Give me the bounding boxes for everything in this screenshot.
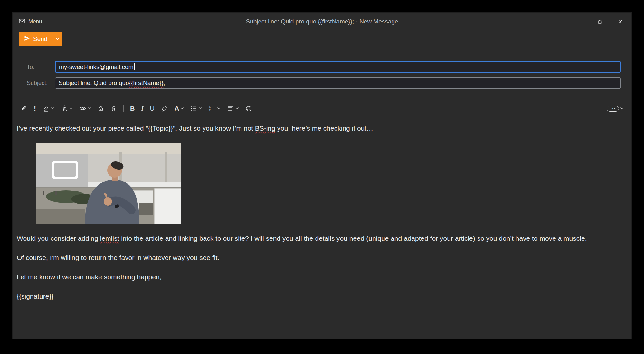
align-icon — [227, 105, 234, 112]
align-button[interactable] — [224, 103, 242, 114]
chevron-down-icon — [51, 107, 54, 110]
to-value: my-sweet-links@gmail.com — [59, 63, 134, 70]
minimize-button[interactable] — [577, 18, 584, 25]
body-paragraph-2: Would you consider adding lemlist into t… — [17, 233, 622, 244]
subject-input[interactable]: Subject line: Quid pro quo {{firstName}}… — [55, 77, 621, 89]
send-button-main[interactable]: Send — [19, 32, 52, 46]
digital-sign-button[interactable] — [107, 103, 120, 114]
titlebar: Menu Subject line: Quid pro quo {{firstN… — [13, 13, 631, 31]
svg-text:2: 2 — [209, 109, 211, 112]
window-controls — [577, 13, 624, 31]
bold-icon: B — [130, 105, 135, 112]
paperclip-icon — [20, 105, 27, 112]
clear-formatting-button[interactable] — [158, 103, 171, 114]
close-button[interactable] — [617, 18, 624, 25]
chevron-down-icon — [69, 107, 73, 110]
minimize-icon — [578, 19, 583, 24]
menu-button[interactable]: Menu — [19, 18, 42, 25]
certificate-ribbon-icon — [110, 105, 117, 112]
visibility-button[interactable] — [76, 103, 94, 114]
to-row: To: my-sweet-links@gmail.com — [13, 61, 631, 73]
priority-button[interactable]: ! — [31, 103, 39, 114]
send-label: Send — [33, 35, 47, 42]
body-paragraph-4: Let me know if we can make something hap… — [17, 272, 622, 282]
highlighter-icon — [43, 105, 50, 112]
message-body-editor[interactable]: I’ve recently checked out your piece cal… — [13, 116, 631, 302]
restore-icon — [598, 19, 603, 24]
bullet-list-icon — [190, 105, 197, 112]
attach-button[interactable] — [17, 103, 31, 114]
lock-icon — [98, 105, 104, 112]
to-label: To: — [27, 64, 55, 70]
underline-button[interactable]: U — [147, 103, 157, 114]
chevron-down-icon — [56, 38, 59, 40]
address-fields: To: my-sweet-links@gmail.com Subject: Su… — [13, 61, 631, 89]
body-text: you, here’s me checking it out… — [275, 125, 373, 132]
bullet-list-button[interactable] — [187, 103, 205, 114]
font-color-icon: A — [175, 105, 179, 112]
menu-label: Menu — [28, 18, 42, 25]
chevron-down-icon — [217, 107, 221, 110]
toolbar-separator — [123, 105, 124, 112]
subject-text-end: ; — [163, 79, 165, 87]
subject-text: Subject line: Quid pro quo — [59, 79, 129, 87]
subject-variable-token: {{firstName}} — [129, 79, 164, 87]
window-title: Subject line: Quid pro quo {{firstName}}… — [13, 18, 631, 25]
compose-window: Menu Subject line: Quid pro quo {{firstN… — [12, 12, 632, 339]
chevron-down-icon — [180, 107, 184, 110]
brush-icon — [161, 105, 168, 112]
emoji-button[interactable] — [242, 103, 255, 114]
encrypt-button[interactable] — [94, 103, 107, 114]
body-paragraph-3: Of course, I’m willing to return the fav… — [17, 253, 622, 263]
to-input[interactable]: my-sweet-links@gmail.com — [55, 61, 621, 73]
chevron-down-icon — [620, 107, 624, 110]
italic-button[interactable]: I — [138, 103, 147, 114]
more-options-button[interactable]: ⋯ — [603, 103, 627, 114]
subject-row: Subject: Subject line: Quid pro quo {{fi… — [13, 77, 631, 89]
send-button[interactable]: Send — [19, 32, 62, 46]
lightning-pen-icon — [61, 105, 68, 112]
send-options-dropdown[interactable] — [52, 32, 62, 46]
body-text: into the article and linking back to our… — [119, 235, 587, 242]
misspelled-word: lemlist — [100, 235, 119, 242]
close-icon — [618, 19, 623, 24]
body-paragraph-5: {{signature}} — [17, 291, 622, 302]
chevron-down-icon — [199, 107, 202, 110]
chevron-down-icon — [88, 107, 91, 110]
body-text: Would you consider adding — [17, 235, 100, 242]
maximize-button[interactable] — [597, 18, 604, 25]
numbered-list-button[interactable]: 12 — [205, 103, 224, 114]
bold-button[interactable]: B — [127, 103, 138, 114]
embedded-screenshot-image[interactable] — [36, 143, 181, 224]
ellipsis-icon: ⋯ — [607, 106, 619, 112]
chevron-down-icon — [235, 107, 239, 110]
svg-text:1: 1 — [209, 106, 211, 108]
eye-icon — [79, 105, 86, 112]
highlight-color-button[interactable] — [39, 103, 58, 114]
text-caret — [134, 63, 135, 70]
send-row: Send — [19, 31, 631, 47]
exclamation-icon: ! — [34, 105, 36, 112]
italic-icon: I — [141, 105, 143, 112]
body-paragraph-1: I’ve recently checked out your piece cal… — [17, 123, 622, 134]
numbered-list-icon: 12 — [209, 105, 216, 112]
format-toolbar: ! B I U — [13, 101, 631, 116]
underline-icon: U — [150, 105, 154, 112]
font-color-button[interactable]: A — [171, 103, 187, 114]
body-text: I’ve recently checked out your piece cal… — [17, 125, 255, 132]
quick-styles-button[interactable] — [58, 103, 76, 114]
smiley-icon — [245, 105, 252, 112]
envelope-icon — [19, 19, 25, 25]
subject-label: Subject: — [27, 80, 55, 87]
misspelled-word: BS-ing — [255, 125, 275, 132]
paper-plane-icon — [24, 35, 30, 43]
